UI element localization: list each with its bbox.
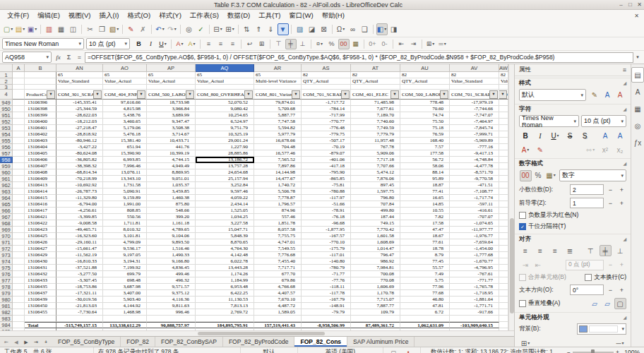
cell-AQ972[interactable]: 4,764.30 — [196, 246, 254, 252]
cell-AR3[interactable] — [254, 85, 302, 90]
cell-AO958[interactable]: 6,993.85 — [103, 157, 147, 163]
cell-AP962[interactable]: 1,035.37 — [147, 182, 196, 189]
add-decimal-icon[interactable]: 0+ — [367, 39, 378, 49]
cell-AP963[interactable]: 3,459.85 — [147, 189, 196, 195]
decrease-indent-icon[interactable]: ⇤ — [532, 259, 544, 270]
cell-AN970[interactable]: -16,323.60 — [56, 233, 103, 239]
cell-AW955[interactable] — [499, 138, 508, 144]
column-header-B[interactable]: B — [25, 64, 56, 72]
more-options-icon[interactable]: ◢ — [623, 107, 626, 112]
cell-AQ950[interactable]: 9,080.42 — [196, 106, 254, 112]
cell-AT2[interactable]: QTY_Actual — [351, 78, 400, 85]
leading-zero-minus-button[interactable]: − — [606, 198, 615, 208]
direction-minus-button[interactable]: − — [606, 285, 615, 294]
indent-plus-button[interactable]: + — [617, 261, 626, 270]
row-header-972[interactable]: 972 — [0, 246, 13, 252]
cell-AR954[interactable]: 5,977.79 — [254, 131, 302, 138]
cell-AU4[interactable]: COM_500_LABOR▼ — [400, 90, 450, 100]
cell-AQ954[interactable]: 10,325.19 — [196, 131, 254, 138]
highlight-color-icon[interactable]: ✎ — [535, 144, 547, 155]
cell-AR963[interactable]: 5,506.78 — [254, 189, 302, 195]
cell-AT972[interactable]: 1,014.47 — [351, 246, 400, 252]
autofilter-button-AP[interactable]: ▼ — [186, 90, 194, 99]
cell-AO949[interactable]: 97,616.66 — [103, 100, 147, 106]
align-top-icon[interactable]: ⊤ — [585, 245, 597, 256]
cell-B958[interactable]: 13106406 — [25, 157, 56, 163]
cell-AV959[interactable]: -4,477.78 — [450, 163, 499, 169]
cell-AO955[interactable]: 15,381.40 — [103, 138, 147, 144]
cell-AV968[interactable]: -1,074.65 — [450, 220, 499, 227]
next-sheet-icon[interactable]: ▶ — [22, 337, 31, 347]
cell-AV975[interactable]: -4,796.95 — [450, 265, 499, 271]
decrease-indent-icon[interactable]: ⇤ — [396, 39, 407, 49]
alignment-section-header[interactable]: 对齐 ◢ — [515, 234, 631, 244]
cell-A964[interactable] — [13, 195, 25, 201]
cell-AQ967[interactable]: 1,034.25 — [196, 214, 254, 220]
row-header-965[interactable]: 965 — [0, 201, 13, 208]
cell-AN973[interactable]: -11,562.19 — [56, 252, 103, 258]
cell-AV982[interactable]: -917.66 — [450, 309, 499, 316]
close-document-icon[interactable]: ✕ — [632, 13, 641, 19]
menu-item-2[interactable]: 视图(V) — [64, 10, 95, 21]
cell-A961[interactable] — [13, 176, 25, 182]
number-format-section-header[interactable]: 数字格式 ◢ — [515, 158, 631, 168]
cell-B975[interactable]: 13106431 — [25, 265, 56, 271]
add-sheet-icon[interactable]: + — [42, 337, 51, 347]
cell-AR960[interactable]: 14,144.98 — [254, 169, 302, 176]
cell-AS968[interactable]: -96.68 — [302, 220, 351, 227]
cell-AS976[interactable]: -71.77 — [302, 271, 351, 277]
cell-AO950[interactable]: 4,815.98 — [103, 106, 147, 112]
cell-AN971[interactable]: -29,160.11 — [56, 239, 103, 246]
cell-AV949[interactable]: -17,979.19 — [450, 100, 499, 106]
row-header-981[interactable]: 981 — [0, 303, 13, 309]
cell-AU979[interactable]: 77.68 — [400, 290, 450, 297]
cell-AQ981[interactable]: 7,813.13 — [196, 303, 254, 309]
cell-AO967[interactable]: 550.56 — [103, 214, 147, 220]
cell-AO984[interactable]: 133,338,612.29 — [103, 322, 147, 328]
cell-AT949[interactable]: 71,485.98 — [351, 100, 400, 106]
clone-formatting-icon[interactable]: ✎ — [126, 23, 137, 35]
cell-AR972[interactable]: 7,549.55 — [254, 246, 302, 252]
cell-AN981[interactable]: -21,813.03 — [56, 303, 103, 309]
row-header-954[interactable]: 954 — [0, 131, 13, 138]
cell-A951[interactable] — [13, 112, 25, 119]
cell-A971[interactable] — [13, 239, 25, 246]
cell-AP971[interactable]: 9,893.50 — [147, 239, 196, 246]
currency-format-icon[interactable]: ¤▾ — [314, 39, 326, 49]
row-header-974[interactable]: 974 — [0, 258, 13, 265]
row-header-978[interactable]: 978 — [0, 284, 13, 290]
align-left-icon[interactable]: ≡ — [520, 245, 532, 256]
cell-B960[interactable]: 13106408 — [25, 169, 56, 176]
cell-AW3[interactable] — [499, 85, 508, 90]
cell-A967[interactable] — [13, 214, 25, 220]
cell-AU3[interactable] — [400, 85, 450, 90]
cell-AQ958[interactable]: 13,186.72 — [196, 157, 254, 163]
cell-A956[interactable] — [13, 144, 25, 150]
cell-AS964[interactable]: -117.97 — [302, 195, 351, 201]
cell-B959[interactable]: 13106407 — [25, 163, 56, 169]
cell-AO954[interactable]: 5,476.18 — [103, 131, 147, 138]
direction-plus-button[interactable]: + — [617, 285, 626, 294]
negative-red-checkbox[interactable] — [519, 212, 526, 219]
cell-AN963[interactable]: -26,787.73 — [56, 189, 103, 195]
sum-icon[interactable]: Σ — [64, 52, 74, 62]
cell-A955[interactable] — [13, 138, 25, 144]
align-bottom-icon[interactable]: ⊥ — [297, 39, 309, 49]
cell-A980[interactable] — [13, 297, 25, 303]
autofilter-button-AS[interactable]: ▼ — [341, 90, 350, 99]
cell-AN958[interactable]: -36,805.82 — [56, 157, 103, 163]
cell-AP967[interactable]: 399.20 — [147, 214, 196, 220]
cell-AU2[interactable]: QTY_Actual — [400, 78, 450, 85]
cell-AV961[interactable]: -9,770.58 — [450, 176, 499, 182]
cell-AS949[interactable]: -1,717.72 — [302, 100, 351, 106]
row-header-980[interactable]: 980 — [0, 297, 13, 303]
cell-AW967[interactable] — [499, 214, 508, 220]
cell-B979[interactable]: 13106437 — [25, 290, 56, 297]
cell-AQ968[interactable]: 3,227.58 — [196, 220, 254, 227]
cell-AO979[interactable]: 3,407.00 — [103, 290, 147, 297]
cell-AN4[interactable]: COM_301_SCRAP▼ — [56, 90, 103, 100]
cell-AP2[interactable]: Value_Actual — [147, 78, 196, 85]
cell-AP959[interactable]: 4,949.49 — [147, 163, 196, 169]
cell-AW961[interactable] — [499, 176, 508, 182]
cell-AR981[interactable]: 4,487.72 — [254, 303, 302, 309]
